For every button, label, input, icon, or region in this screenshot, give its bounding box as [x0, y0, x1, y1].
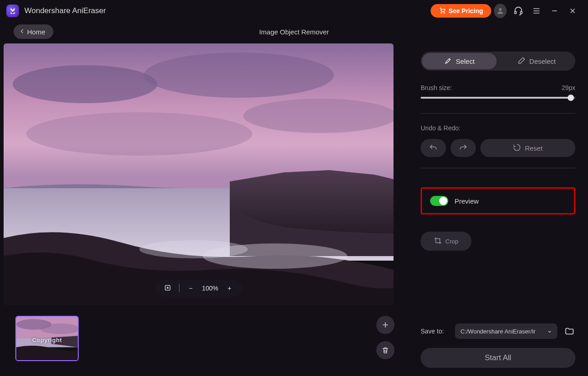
close-button[interactable]	[564, 2, 582, 20]
preview-toggle[interactable]	[430, 196, 448, 206]
thumbnail-watermark: Copyright	[16, 337, 78, 343]
brush-size-value: 29px	[562, 84, 575, 91]
delete-image-button[interactable]	[376, 341, 394, 359]
svg-point-0	[441, 12, 442, 13]
brush-size-slider[interactable]	[421, 97, 575, 99]
app-logo	[6, 5, 19, 17]
svg-rect-4	[521, 11, 522, 14]
brush-icon	[444, 57, 452, 66]
canvas-image[interactable]: − 100% +	[4, 43, 394, 305]
minimize-button[interactable]	[545, 2, 564, 20]
browse-folder-button[interactable]	[564, 325, 575, 337]
add-image-button[interactable]	[376, 316, 394, 334]
svg-point-7	[144, 52, 334, 98]
svg-point-12	[139, 240, 248, 258]
start-all-button[interactable]: Start All	[421, 348, 575, 368]
zoom-out-button[interactable]: −	[187, 285, 195, 292]
thumbnail[interactable]: Copyright	[15, 316, 79, 361]
undo-redo-label: Undo & Redo:	[421, 124, 575, 132]
canvas-pane: − 100% + Copyright	[0, 42, 408, 376]
reset-button[interactable]: Reset	[480, 139, 575, 157]
home-button[interactable]: Home	[14, 24, 53, 39]
svg-point-2	[499, 8, 502, 11]
preview-label: Preview	[455, 197, 479, 205]
select-segmented: Select Deselect	[421, 52, 575, 71]
zoom-level: 100%	[202, 285, 218, 292]
redo-button[interactable]	[450, 139, 476, 157]
deselect-button[interactable]: Deselect	[499, 53, 574, 69]
save-to-label: Save to:	[421, 328, 449, 335]
svg-point-8	[243, 99, 394, 133]
svg-point-6	[13, 65, 157, 103]
see-pricing-button[interactable]: See Pricing	[431, 4, 491, 18]
eraser-icon	[517, 57, 526, 66]
select-button[interactable]: Select	[422, 53, 497, 69]
svg-point-9	[26, 112, 252, 156]
svg-rect-3	[515, 11, 517, 14]
preview-highlight: Preview	[421, 187, 575, 214]
zoom-in-button[interactable]: +	[225, 285, 233, 292]
save-path-select[interactable]: C:/Wondershare AniEraser/Ir	[455, 324, 557, 339]
brush-size-label: Brush size:	[421, 84, 452, 91]
fit-screen-icon[interactable]	[164, 284, 172, 293]
chevron-left-icon	[19, 28, 25, 36]
crop-icon	[434, 237, 442, 246]
headset-icon[interactable]	[509, 2, 527, 20]
undo-button[interactable]	[421, 139, 446, 157]
page-title: Image Object Remover	[259, 28, 329, 36]
crop-button[interactable]: Crop	[421, 232, 471, 251]
svg-point-1	[444, 12, 445, 13]
app-name: Wondershare AniEraser	[24, 6, 106, 15]
side-panel: Select Deselect Brush size: 29px Undo & …	[408, 42, 588, 376]
sub-header: Home Image Object Remover	[0, 22, 588, 42]
titlebar: Wondershare AniEraser See Pricing	[0, 0, 588, 22]
reset-icon	[513, 143, 521, 153]
cart-icon	[439, 7, 446, 15]
zoom-controls: − 100% +	[156, 280, 242, 297]
menu-icon[interactable]	[527, 2, 545, 20]
avatar[interactable]	[491, 2, 509, 20]
